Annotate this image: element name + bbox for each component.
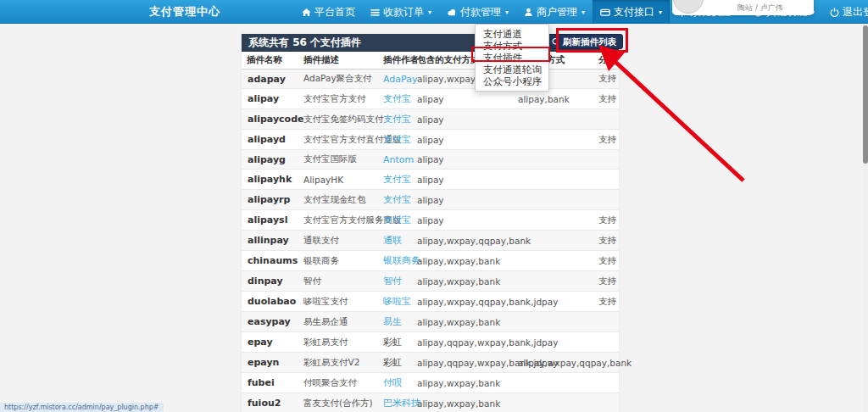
plugin-author-link[interactable]: 巴米科技	[383, 398, 420, 409]
plugin-author-cell: 巴米科技	[378, 393, 412, 412]
plugin-methods-cell: alipay,wxpay,qqpay,bank,jdpay	[412, 292, 513, 312]
plugin-author-link[interactable]: AdaPay	[383, 74, 417, 85]
page-scrollbar-thumb[interactable]	[863, 25, 868, 164]
plugin-split-cell: 支持	[593, 231, 619, 251]
plugin-name-cell: duolabao	[242, 292, 298, 312]
plugin-author-cell: AdaPay	[378, 70, 412, 89]
dropdown-item-0[interactable]: 支付通道	[476, 28, 548, 40]
plugin-author-link[interactable]: 哆啦宝	[383, 296, 411, 307]
table-row: allinpay通联支付通联alipay,wxpay,qqpay,bank支持	[242, 231, 619, 251]
plugin-author-link[interactable]: 银联商务	[383, 255, 420, 266]
plugin-author-link[interactable]: 支付宝	[383, 114, 411, 125]
plugin-author-link[interactable]: 支付宝	[383, 214, 411, 225]
nav-item-2[interactable]: 付款管理▾	[439, 0, 516, 24]
nav-item-3[interactable]: 商户管理▾	[516, 0, 593, 24]
plugin-methods2-cell	[513, 130, 593, 150]
plugin-author-link[interactable]: 通联	[383, 235, 402, 246]
table-row: dinpay智付智付alipay,wxpay,bank支持	[242, 271, 619, 292]
dropdown-item-4[interactable]: 公众号小程序	[476, 75, 548, 87]
plugin-author-cell: 支付宝	[378, 130, 412, 150]
table-row: adapayAdaPay聚合支付AdaPayalipay,wxpay,bank支…	[242, 70, 619, 89]
plugin-author-link[interactable]: 易生	[383, 316, 402, 327]
plugin-author-text: 彩虹	[383, 337, 402, 348]
refresh-plugin-list-button[interactable]: 刷新插件列表	[544, 34, 623, 49]
plugin-author-link[interactable]: 支付宝	[383, 174, 411, 185]
plugin-split-cell: 支持	[593, 210, 619, 231]
plugin-author-cell: Antom	[378, 150, 412, 170]
table-row: alipayd支付宝官方支付直付通版支付宝alipay支持	[242, 130, 619, 150]
plugin-methods2-cell: alipay,bank	[513, 89, 593, 109]
nav-item-1[interactable]: 收款订单▾	[363, 0, 439, 24]
plugin-author-cell: 哆啦宝	[378, 292, 412, 312]
power-icon	[830, 8, 839, 17]
table-row: easypay易生易企通易生alipay,wxpay,bank	[242, 312, 619, 332]
plugin-desc-cell: 银联商务	[298, 251, 378, 271]
plugin-author-text: 彩虹	[383, 357, 402, 368]
plugin-methods-cell: alipay	[412, 210, 513, 231]
plugin-desc-cell: 彩虹易支付	[298, 332, 378, 353]
dropdown-item-1[interactable]: 支付方式	[476, 40, 548, 52]
plugin-desc-cell: 智付	[298, 271, 378, 292]
table-row: alipaycode支付宝免签约码支付支付宝alipay	[242, 109, 619, 130]
plugin-methods2-cell	[513, 170, 593, 190]
plugin-split-cell	[593, 190, 619, 210]
plugin-author-link[interactable]: Antom	[383, 154, 414, 165]
plugin-methods2-cell	[513, 271, 593, 292]
plugin-author-cell: 通联	[378, 231, 412, 251]
plugin-methods2-cell: alipay,wxpay,qqpay,bank	[513, 353, 593, 373]
plugin-table: 插件名称插件描述插件作者包含的支付方式方式分账 adapayAdaPay聚合支付…	[242, 52, 619, 412]
table-row: alipaysl支付宝官方支付服务商版支付宝alipay支持	[242, 210, 619, 231]
plugin-split-cell	[593, 170, 619, 190]
plugin-desc-cell: 支付宝官方支付直付通版	[298, 130, 378, 150]
plugin-desc-cell: 支付宝国际版	[298, 150, 378, 170]
plugin-name-cell: fubei	[242, 373, 298, 393]
table-body: adapayAdaPay聚合支付AdaPayalipay,wxpay,bank支…	[242, 70, 619, 412]
plugin-desc-cell: 付呗聚合支付	[298, 373, 378, 393]
nav-item-label: 平台首页	[314, 5, 355, 19]
plugin-author-cell: 银联商务	[378, 251, 412, 271]
status-bar-link-preview: https://yzf.mistora.cc/admin/pay_plugin.…	[0, 403, 164, 412]
plugin-author-cell: 易生	[378, 312, 412, 332]
table-row: fuiou2富友支付(合作方)巴米科技alipay,wxpay,bank	[242, 393, 619, 412]
table-row: alipay支付宝官方支付支付宝alipayalipay,bank支持	[242, 89, 619, 109]
plugin-desc-cell: 支付宝官方支付服务商版	[298, 210, 378, 231]
plugin-methods2-cell	[513, 312, 593, 332]
plugin-name-cell: alipayhk	[242, 170, 298, 190]
nav-item-label: 付款管理	[460, 5, 501, 19]
app-title: 支付管理中心	[149, 0, 220, 24]
plugin-methods-cell: alipay	[412, 109, 513, 130]
nav-item-4[interactable]: 支付接口▾	[593, 0, 670, 24]
plugin-methods2-cell	[513, 150, 593, 170]
plugin-split-cell	[593, 332, 619, 353]
plugin-author-link[interactable]: 付呗	[383, 377, 402, 388]
card-icon	[600, 8, 610, 17]
plugin-desc-cell: 支付宝官方支付	[298, 89, 378, 109]
plugin-methods-cell: alipay,wxpay,bank	[412, 251, 513, 271]
plugin-methods-cell: alipay	[412, 170, 513, 190]
table-row: fubei付呗聚合支付付呗alipay,wxpay,bank	[242, 373, 619, 393]
plugin-author-link[interactable]: 支付宝	[383, 93, 411, 104]
payment-interface-dropdown: 支付通道支付方式支付插件支付通道轮询公众号小程序	[475, 24, 549, 92]
plugin-name-cell: alipaycode	[242, 109, 298, 130]
plugin-desc-cell: 易生易企通	[298, 312, 378, 332]
nav-item-label: 收款订单	[383, 5, 424, 19]
plugin-author-cell: 支付宝	[378, 170, 412, 190]
nav-item-7[interactable]: 退出登录	[822, 0, 868, 24]
column-header-5: 分账	[593, 52, 619, 70]
plugin-name-cell: allinpay	[242, 231, 298, 251]
plugin-list-panel: 系统共有 56 个支付插件 刷新插件列表 插件名称插件描述插件作者包含的支付方式…	[242, 34, 619, 412]
table-row: epay彩虹易支付彩虹alipay,qqpay,wxpay,bank,jdpay	[242, 332, 619, 353]
plugin-desc-cell: 支付宝免签约码支付	[298, 109, 378, 130]
plugin-author-link[interactable]: 支付宝	[383, 194, 411, 205]
dropdown-item-3[interactable]: 支付通道轮询	[476, 64, 548, 75]
user-icon	[524, 8, 533, 17]
dropdown-item-2[interactable]: 支付插件	[476, 52, 548, 64]
plugin-desc-cell: 富友支付(合作方)	[298, 393, 378, 412]
chevron-down-icon: ▾	[428, 8, 431, 16]
plugin-author-cell: 支付宝	[378, 109, 412, 130]
plugin-methods2-cell	[513, 109, 593, 130]
nav-item-0[interactable]: 平台首页	[294, 0, 363, 24]
plugin-author-link[interactable]: 支付宝	[383, 134, 411, 145]
plugin-author-link[interactable]: 智付	[383, 276, 402, 287]
plugin-methods2-cell	[513, 393, 593, 412]
